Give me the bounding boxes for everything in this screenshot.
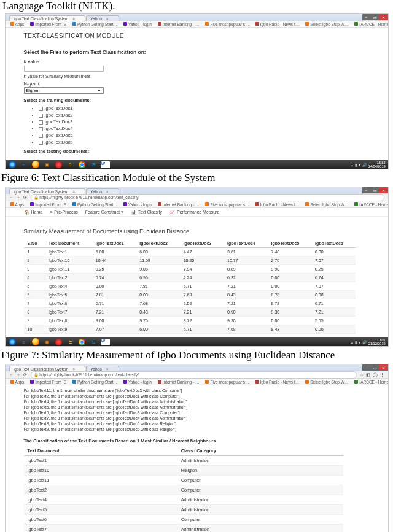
back-button[interactable]: ← [9,195,14,200]
browser-tab-active[interactable]: Igbo Text Classification System× [9,15,86,21]
ngram-select[interactable]: Bigram ▼ [24,87,104,94]
system-tray[interactable]: ▴▮▾🔊 [351,163,367,167]
system-tray[interactable]: ▴▮▾🔊 [351,340,367,344]
nav-text-classify[interactable]: 📊 Text Classify [131,210,162,215]
bookmark-yahoo[interactable]: Yahoo - login [123,380,152,384]
back-button[interactable]: ← [9,372,14,377]
taskbar-clock[interactable]: 13:5224/04/2019 [368,161,386,168]
bookmark-iarcce[interactable]: IARCCE - Home [354,22,387,26]
kvalue-input[interactable] [24,66,104,72]
bookmark-yahoo[interactable]: Yahoo - login [123,202,152,207]
extension-icon[interactable]: ◧ [366,372,370,377]
media-taskbar-button[interactable]: ◉ [42,337,53,346]
minimize-button[interactable]: – [362,364,371,371]
firefox-taskbar-button[interactable] [30,337,41,346]
tab-close-icon[interactable]: × [106,17,109,21]
bookmark-select-igbo[interactable]: Select Igbo Stop W… [305,22,348,26]
forward-button[interactable]: → [16,372,21,377]
tab-close-icon[interactable]: × [72,17,75,21]
nav-home[interactable]: 🏠 Home [24,210,43,215]
bookmark-ib[interactable]: Internet Banking - … [158,380,200,384]
screenshot-classification-output: – ▭ ✕ Igbo Text Classification System× Y… [5,364,389,532]
maximize-button[interactable]: ▭ [371,14,379,20]
profile-icon[interactable]: ◯ [373,372,378,377]
bookmark-five[interactable]: Five most popular s… [205,22,249,26]
ie-taskbar-button[interactable]: e [18,160,29,169]
tab-close-icon[interactable]: × [72,367,75,371]
explorer-taskbar-button[interactable]: 🗀 [65,337,76,346]
bookmark-igbo-radio[interactable]: Igbo Radio - News f… [255,380,300,384]
maximize-button[interactable]: ▭ [371,364,379,371]
doc-checkbox[interactable] [39,134,43,138]
minimize-button[interactable]: – [362,14,371,20]
bookmark-apps[interactable]: Apps [10,22,25,26]
close-button[interactable]: ✕ [379,14,388,20]
explorer-taskbar-button[interactable]: 🗀 [65,160,76,169]
bookmark-apps[interactable]: Apps [10,380,25,384]
browser-tab-active[interactable]: Igbo Text Classification System× [9,366,86,371]
browser-tab-inactive[interactable]: Yahoo× [86,366,119,371]
doc-checkbox[interactable] [39,114,43,118]
media-taskbar-button[interactable]: ◉ [42,160,53,169]
skype-taskbar-button[interactable]: S [88,160,99,169]
doc-checkbox[interactable] [39,127,43,131]
chrome-taskbar-button[interactable] [77,337,88,346]
bookmark-ib[interactable]: Internet Banking - … [158,22,200,26]
bookmark-iarcce[interactable]: IARCCE - Home [354,202,387,207]
opera-taskbar-button[interactable] [53,160,64,169]
bookmark-python[interactable]: Python Getting Start… [72,202,117,207]
menu-icon[interactable]: ⋮ [380,372,384,377]
nav-feature[interactable]: Feature Construct ▾ [85,210,123,215]
bookmark-five[interactable]: Five most popular s… [205,202,249,207]
browser-tab-inactive[interactable]: Yahoo× [86,15,119,21]
doc-checkbox[interactable] [39,141,43,145]
forward-button[interactable]: → [16,195,21,200]
bookmark-select-igbo[interactable]: Select Igbo Stop W… [305,202,348,207]
tab-close-icon[interactable]: × [106,190,109,194]
url-input[interactable]: 🔒 https://mighty-brook-67911.herokuapp.c… [31,194,384,201]
tab-close-icon[interactable]: × [106,367,109,371]
chrome-taskbar-button[interactable] [77,160,88,169]
doc-checkbox[interactable] [39,120,43,125]
page-icon [123,202,127,206]
table-cell: 8.72 [180,317,224,325]
opera-taskbar-button[interactable] [53,337,64,346]
bookmark-iarcce[interactable]: IARCCE - Home [354,380,387,384]
bookmark-imported[interactable]: Imported From IE [30,202,66,207]
nav-performance[interactable]: 📈 Performance Measure [169,210,219,215]
reload-button[interactable]: ⟳ [23,195,28,200]
nav-preprocess[interactable]: ≡ Pre-Process [50,210,78,214]
minimize-button[interactable]: – [362,187,371,193]
maximize-button[interactable]: ▭ [371,187,379,193]
doc-checkbox[interactable] [39,107,43,111]
screenshot-figure-7: – ▭ ✕ Igbo Text Classification System× Y… [5,187,389,347]
browser-tab-active[interactable]: Igbo Text Classification System× [9,188,86,194]
browser-tab-inactive[interactable]: Yahoo× [86,188,119,194]
start-button[interactable] [7,160,18,169]
start-button[interactable] [7,337,18,346]
bookmark-yahoo[interactable]: Yahoo - login [123,22,152,26]
tab-close-icon[interactable]: × [72,190,75,194]
skype-taskbar-button[interactable]: S [88,337,99,346]
word-taskbar-button[interactable]: W [100,337,111,346]
bookmark-igbo-radio[interactable]: Igbo Radio - News f… [255,202,300,207]
bookmark-five[interactable]: Five most popular s… [205,380,249,384]
close-button[interactable]: ✕ [379,364,388,371]
bookmark-imported[interactable]: Imported From IE [30,22,66,26]
table-cell: Computer [177,476,343,485]
close-button[interactable]: ✕ [379,187,388,193]
star-icon[interactable]: ☆ [360,372,364,377]
bookmark-python[interactable]: Python Getting Start… [72,22,117,26]
bookmark-imported[interactable]: Imported From IE [30,380,66,384]
reload-button[interactable]: ⟳ [23,372,28,377]
bookmark-python[interactable]: Python Getting Start… [72,380,117,384]
bookmark-select-igbo[interactable]: Select Igbo Stop W… [305,380,348,384]
bookmark-apps[interactable]: Apps [10,202,25,207]
taskbar-clock[interactable]: 10:0121/12/2019 [368,338,386,345]
ie-taskbar-button[interactable]: e [18,337,29,346]
firefox-taskbar-button[interactable] [30,160,41,169]
word-taskbar-button[interactable]: W [100,160,111,169]
url-input[interactable]: 🔒 https://mighty-brook-67911.herokuapp.c… [31,371,357,379]
bookmark-igbo-radio[interactable]: Igbo Radio - News f… [255,22,300,26]
bookmark-ib[interactable]: Internet Banking - … [158,202,200,207]
